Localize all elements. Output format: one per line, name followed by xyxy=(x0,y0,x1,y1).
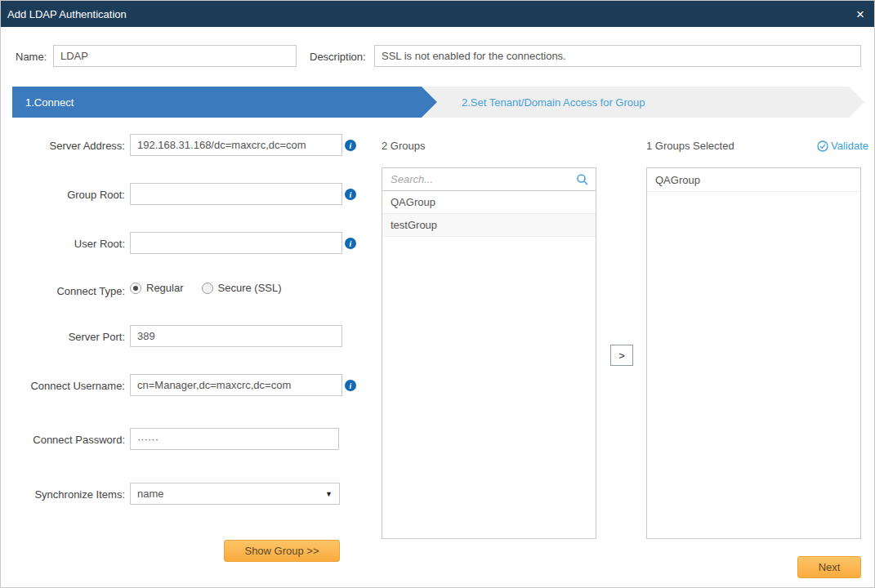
server-address-info-icon[interactable]: i xyxy=(345,140,356,151)
user-root-label: User Root: xyxy=(1,238,125,250)
connect-type-label: Connect Type: xyxy=(1,285,125,297)
connect-type-secure-ssl-label: Secure (SSL) xyxy=(218,282,282,294)
available-groups-list: QAGroup testGroup xyxy=(382,190,596,539)
synchronize-items-label: Synchronize Items: xyxy=(1,488,125,501)
connect-type-regular-label: Regular xyxy=(146,282,184,294)
group-root-label: Group Root: xyxy=(1,189,125,201)
description-input[interactable] xyxy=(374,45,861,67)
selected-groups-count-label: 1 Groups Selected xyxy=(646,140,734,152)
validate-check-icon xyxy=(817,140,828,152)
list-item[interactable]: testGroup xyxy=(382,214,596,237)
connect-username-label: Connect Username: xyxy=(1,380,125,392)
synchronize-items-select[interactable]: name ▼ xyxy=(130,483,340,505)
search-icon[interactable] xyxy=(576,173,589,186)
close-icon[interactable]: × xyxy=(856,7,864,21)
dialog-title: Add LDAP Authentication xyxy=(7,8,127,20)
connect-type-regular-radio[interactable] xyxy=(130,283,141,294)
step-2-tenant-domain-access[interactable]: 2.Set Tenant/Domain Access for Group xyxy=(422,87,864,118)
name-input[interactable] xyxy=(53,45,297,67)
name-label: Name: xyxy=(16,51,47,63)
dialog-titlebar: Add LDAP Authentication × xyxy=(1,1,874,27)
connect-type-radio-group: Regular Secure (SSL) xyxy=(130,282,295,294)
next-button[interactable]: Next xyxy=(797,556,861,578)
connect-username-input[interactable] xyxy=(130,374,342,396)
selected-groups-list: QAGroup xyxy=(646,167,861,539)
server-port-input[interactable] xyxy=(130,325,342,347)
step-1-connect[interactable]: 1.Connect xyxy=(12,87,437,118)
list-item[interactable]: QAGroup xyxy=(382,191,596,214)
validate-label: Validate xyxy=(831,140,868,152)
chevron-down-icon: ▼ xyxy=(325,490,333,498)
group-root-info-icon[interactable]: i xyxy=(345,189,356,200)
user-root-info-icon[interactable]: i xyxy=(345,238,356,249)
synchronize-items-value: name xyxy=(137,488,164,500)
add-ldap-authentication-dialog: Add LDAP Authentication × Name: Descript… xyxy=(0,0,875,588)
move-right-button[interactable]: > xyxy=(610,345,633,366)
group-root-input[interactable] xyxy=(130,183,342,205)
description-label: Description: xyxy=(310,51,366,63)
step-2-label: 2.Set Tenant/Domain Access for Group xyxy=(462,96,645,109)
group-search-box xyxy=(382,167,596,191)
connect-username-info-icon[interactable]: i xyxy=(345,380,356,391)
groups-count-label: 2 Groups xyxy=(382,140,425,152)
validate-link[interactable]: Validate xyxy=(817,140,868,152)
server-address-input[interactable] xyxy=(130,134,342,156)
list-item[interactable]: QAGroup xyxy=(647,168,860,192)
server-address-label: Server Address: xyxy=(1,140,125,152)
connect-password-input[interactable] xyxy=(130,428,339,450)
user-root-input[interactable] xyxy=(130,232,342,254)
server-port-label: Server Port: xyxy=(1,331,125,343)
show-group-button[interactable]: Show Group >> xyxy=(224,540,340,562)
group-search-input[interactable] xyxy=(389,172,576,186)
connect-type-secure-ssl-radio[interactable] xyxy=(202,283,213,294)
step-1-label: 1.Connect xyxy=(25,96,74,109)
connect-password-label: Connect Password: xyxy=(1,434,125,446)
